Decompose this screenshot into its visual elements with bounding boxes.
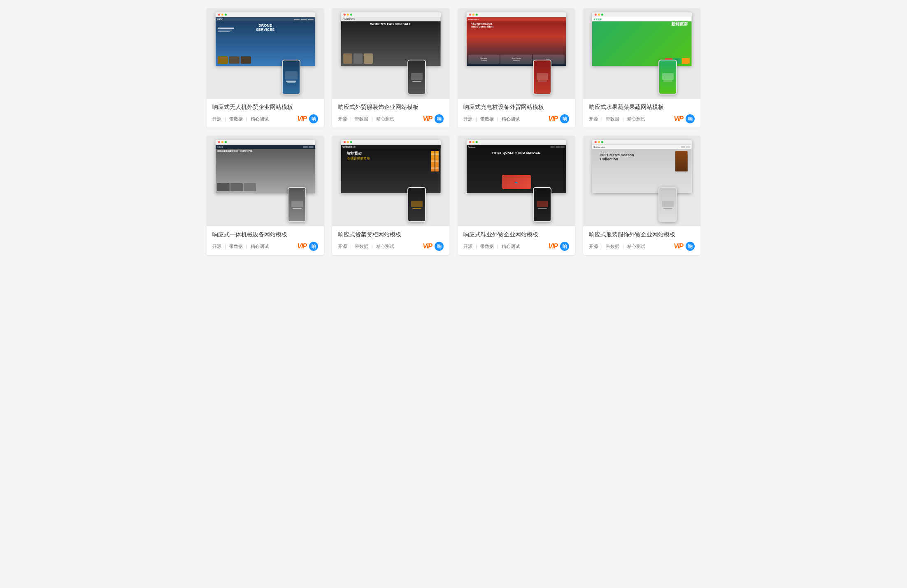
card-tags-drone: 开源 | 带数据 | 精心测试 [212, 116, 269, 122]
clothing-headline: 2021 Men's SeasonCollection [600, 153, 634, 161]
card-info-footwear: 响应式鞋业外贸企业网站模板 开源 | 带数据 | 精心测试 VIP 响 [458, 226, 575, 255]
card-cosmetics[interactable]: WOMEN'S FASHION SALE COSMETICS [332, 8, 449, 127]
card-info-clothing: 响应式服装服饰外贸企业网站模板 开源 | 带数据 | 精心测试 VIP 响 [583, 226, 700, 255]
card-meta-drone: 开源 | 带数据 | 精心测试 VIP 响 [212, 114, 318, 123]
card-preview-drone: DRONESERVICES LOGO [207, 8, 324, 99]
template-grid: DRONESERVICES LOGO [207, 8, 700, 255]
vip-badge: VIP [297, 115, 307, 123]
card-preview-machinery: 机械设备 装配式建筑钢梁全自动一次成型生产线 [207, 136, 324, 226]
card-vegetable[interactable]: 本草蔬菜 新鲜蔬蒂 [583, 8, 700, 127]
card-title-vegetable: 响应式水果蔬菜果蔬网站模板 [589, 104, 695, 111]
card-drone[interactable]: DRONESERVICES LOGO [207, 8, 324, 127]
response-badge: 响 [309, 114, 318, 123]
card-info-warehouse: 响应式货架货柜网站模板 开源 | 带数据 | 精心测试 VIP 响 [332, 226, 449, 255]
tag-data: 带数据 [229, 116, 243, 122]
drone-headline: DRONESERVICES [256, 23, 274, 32]
card-preview-energy: NEW ENERGY R&d generationleads generatio… [458, 8, 575, 99]
tag-opensource: 开源 [212, 116, 221, 122]
card-info-cosmetics: 响应式外贸服装饰企业网站模板 开源 | 带数据 | 精心测试 VIP 响 [332, 99, 449, 127]
footwear-headline: FIRST QUALITY AND SERVICE [492, 151, 540, 155]
card-footwear[interactable]: Footwear FIRST QUALITY AND SERVICE [458, 136, 575, 255]
card-preview-warehouse: 安龙货架有限公司 智能货架 仓储管理更简单 [332, 136, 449, 226]
card-machinery[interactable]: 机械设备 装配式建筑钢梁全自动一次成型生产线 [207, 136, 324, 255]
energy-headline: R&d generationleads generation [470, 22, 493, 28]
card-badges-drone: VIP 响 [297, 114, 318, 123]
card-meta-cosmetics: 开源 | 带数据 | 精心测试 VIP 响 [338, 114, 444, 123]
card-info-vegetable: 响应式水果蔬菜果蔬网站模板 开源 | 带数据 | 精心测试 VIP 响 [583, 99, 700, 127]
card-title-footwear: 响应式鞋业外贸企业网站模板 [463, 231, 569, 238]
vegetable-headline: 新鲜蔬蒂 [671, 21, 688, 27]
cosmetics-headline: WOMEN'S FASHION SALE [370, 22, 411, 26]
card-clothing[interactable]: Clothing sales 2021 Men's SeasonCollecti… [583, 136, 700, 255]
card-title-clothing: 响应式服装服饰外贸企业网站模板 [589, 231, 695, 238]
card-warehouse[interactable]: 安龙货架有限公司 智能货架 仓储管理更简单 [332, 136, 449, 255]
card-title-machinery: 响应式一体机械设备网站模板 [212, 231, 318, 238]
card-energy[interactable]: NEW ENERGY R&d generationleads generatio… [458, 8, 575, 127]
tag-tested: 精心测试 [251, 116, 269, 122]
warehouse-sub: 仓储管理更简单 [347, 156, 370, 161]
card-preview-cosmetics: WOMEN'S FASHION SALE COSMETICS [332, 8, 449, 99]
card-info-drone: 响应式无人机外贸企业网站模板 开源 | 带数据 | 精心测试 VIP 响 [207, 99, 324, 127]
card-preview-clothing: Clothing sales 2021 Men's SeasonCollecti… [583, 136, 700, 226]
card-preview-vegetable: 本草蔬菜 新鲜蔬蒂 [583, 8, 700, 99]
card-title-energy: 响应式充电桩设备外贸网站模板 [463, 104, 569, 111]
card-preview-footwear: Footwear FIRST QUALITY AND SERVICE [458, 136, 575, 226]
card-tags-cosmetics: 开源 | 带数据 | 精心测试 [338, 116, 394, 122]
card-info-energy: 响应式充电桩设备外贸网站模板 开源 | 带数据 | 精心测试 VIP 响 [458, 99, 575, 127]
card-title-warehouse: 响应式货架货柜网站模板 [338, 231, 444, 238]
card-title-drone: 响应式无人机外贸企业网站模板 [212, 104, 318, 111]
card-title-cosmetics: 响应式外贸服装饰企业网站模板 [338, 104, 444, 111]
warehouse-headline: 智能货架 [347, 151, 362, 156]
card-info-machinery: 响应式一体机械设备网站模板 开源 | 带数据 | 精心测试 VIP 响 [207, 226, 324, 255]
